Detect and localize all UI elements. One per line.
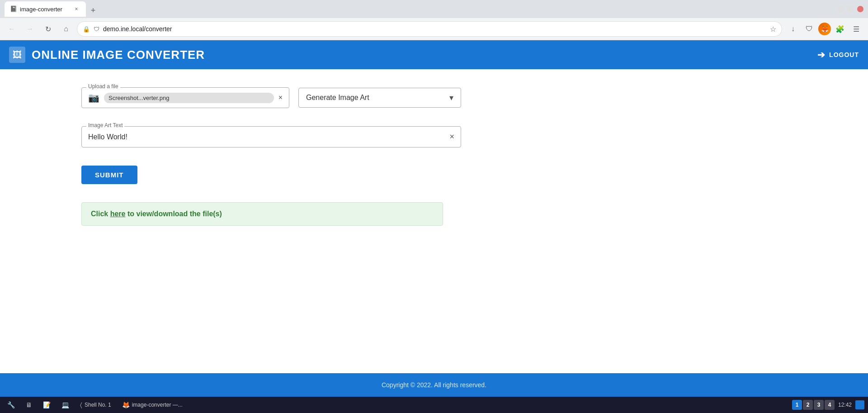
- home-button[interactable]: ⌂: [59, 22, 73, 36]
- success-prefix: Click: [91, 210, 110, 218]
- browser-chrome: 📓 image-converter × + ← → ↻ ⌂ 🔒 🛡 demo.i…: [0, 0, 868, 40]
- taskbar: 🔧 🖥 📝 💻 〈 Shell No. 1 🦊 image-converter …: [0, 397, 868, 413]
- workspace-3[interactable]: 3: [814, 400, 824, 410]
- tab-title: image-converter: [20, 6, 70, 13]
- window-close[interactable]: [857, 6, 863, 12]
- file-upload-field[interactable]: Upload a file 📷 Screenshot...verter.png …: [81, 87, 289, 108]
- workspace-2[interactable]: 2: [803, 400, 813, 410]
- browser-titlebar: 📓 image-converter × +: [0, 0, 868, 18]
- text-input-label: Image Art Text: [86, 122, 124, 128]
- camera-icon: 📷: [88, 92, 99, 103]
- upload-row: Upload a file 📷 Screenshot...verter.png …: [81, 87, 787, 108]
- logout-icon: ➔: [817, 49, 826, 60]
- firefox-label: image-converter —...: [132, 402, 183, 408]
- address-bar[interactable]: 🔒 🛡 demo.ine.local/converter ☆: [77, 21, 782, 37]
- shield-button[interactable]: 🛡: [802, 22, 816, 36]
- tab-close-button[interactable]: ×: [72, 5, 80, 13]
- tools-icon: 🔧: [7, 401, 15, 408]
- conversion-type-dropdown[interactable]: Generate Image Art ▾: [298, 88, 461, 108]
- file-clear-button[interactable]: ×: [278, 94, 283, 102]
- file-name-chip: Screenshot...verter.png: [104, 93, 274, 103]
- extensions-button[interactable]: 🧩: [833, 22, 847, 36]
- window-minimize[interactable]: [837, 6, 844, 12]
- reload-button[interactable]: ↻: [41, 22, 55, 36]
- taskbar-item-terminal[interactable]: 💻: [58, 400, 73, 409]
- forward-button[interactable]: →: [23, 22, 37, 36]
- taskbar-item-editor[interactable]: 📝: [39, 400, 54, 409]
- success-banner: Click here to view/download the file(s): [81, 202, 443, 226]
- firefox-taskbar-icon: 🦊: [122, 401, 130, 408]
- image-art-text-field[interactable]: Image Art Text ×: [81, 126, 461, 147]
- success-suffix: to view/download the file(s): [125, 210, 222, 218]
- dropdown-arrow-icon: ▾: [449, 93, 453, 103]
- logout-label: LOGOUT: [829, 51, 859, 58]
- taskbar-item-shell[interactable]: 〈 Shell No. 1: [76, 400, 115, 410]
- app-header: 🖼 ONLINE IMAGE CONVERTER ➔ LOGOUT: [0, 40, 868, 69]
- taskbar-right: 1 2 3 4 12:42: [792, 400, 864, 410]
- app-footer: Copyright © 2022. All rights reserved.: [0, 373, 868, 397]
- taskbar-item-firefox[interactable]: 🦊 image-converter —...: [118, 400, 186, 409]
- tab-favicon: 📓: [10, 5, 17, 13]
- workspace-4[interactable]: 4: [825, 400, 835, 410]
- header-left: 🖼 ONLINE IMAGE CONVERTER: [9, 47, 205, 63]
- monitor-icon: 🖥: [26, 401, 32, 408]
- download-button[interactable]: ↓: [786, 22, 800, 36]
- taskbar-clock: 12:42: [838, 402, 852, 408]
- text-clear-button[interactable]: ×: [449, 132, 454, 142]
- submit-button[interactable]: SUBMIT: [81, 166, 137, 184]
- window-maximize[interactable]: [847, 6, 854, 12]
- browser-tab-active[interactable]: 📓 image-converter ×: [5, 1, 86, 17]
- url-text[interactable]: demo.ine.local/converter: [103, 25, 766, 33]
- shell-icon: 〈: [80, 401, 82, 409]
- upload-label: Upload a file: [86, 83, 120, 90]
- firefox-avatar[interactable]: 🦊: [818, 23, 831, 35]
- logo-icon: 🖼: [13, 50, 22, 60]
- image-art-text-input[interactable]: [88, 133, 449, 141]
- back-button[interactable]: ←: [5, 22, 19, 36]
- app-logo: 🖼: [9, 47, 25, 63]
- nav-right-controls: ↓ 🛡 🦊 🧩 ☰: [786, 22, 863, 36]
- workspace-1[interactable]: 1: [792, 400, 802, 410]
- security-icon: 🔒: [83, 26, 90, 33]
- shell-label: Shell No. 1: [85, 402, 111, 408]
- app-title: ONLINE IMAGE CONVERTER: [32, 48, 205, 62]
- taskbar-end-button[interactable]: [855, 400, 864, 409]
- tab-strip: 📓 image-converter × +: [5, 1, 99, 17]
- main-content: Upload a file 📷 Screenshot...verter.png …: [0, 69, 868, 373]
- dropdown-value: Generate Image Art: [306, 94, 369, 102]
- taskbar-item-tools[interactable]: 🔧: [4, 400, 19, 409]
- bookmark-icon[interactable]: ☆: [770, 25, 776, 33]
- taskbar-item-monitor[interactable]: 🖥: [22, 400, 36, 409]
- editor-icon: 📝: [43, 401, 51, 408]
- workspace-switcher: 1 2 3 4: [792, 400, 835, 410]
- logout-button[interactable]: ➔ LOGOUT: [817, 49, 859, 60]
- menu-button[interactable]: ☰: [849, 22, 863, 36]
- browser-nav: ← → ↻ ⌂ 🔒 🛡 demo.ine.local/converter ☆ ↓…: [0, 18, 868, 40]
- footer-copyright: Copyright © 2022. All rights reserved.: [382, 381, 486, 389]
- new-tab-button[interactable]: +: [87, 4, 99, 17]
- success-link[interactable]: here: [110, 210, 126, 218]
- tracking-icon: 🛡: [94, 26, 99, 33]
- terminal-icon: 💻: [61, 401, 69, 408]
